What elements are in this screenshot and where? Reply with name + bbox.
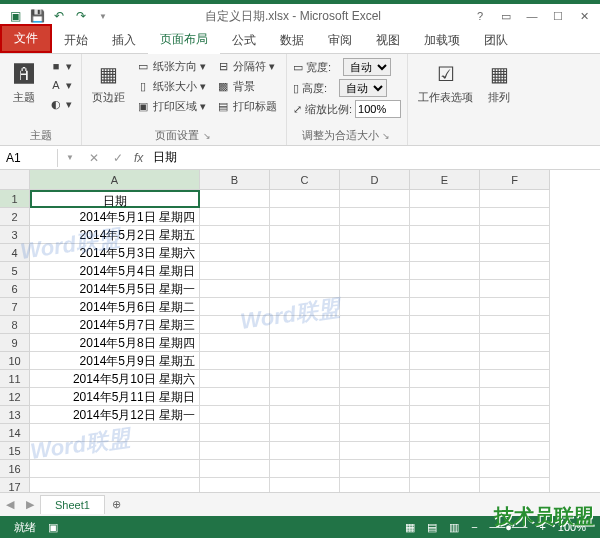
page-setup-launcher-icon[interactable]: ↘ xyxy=(203,131,213,141)
cell[interactable] xyxy=(30,478,200,492)
cell[interactable] xyxy=(340,424,410,442)
cell[interactable] xyxy=(340,352,410,370)
cell[interactable]: 2014年5月2日 星期五 xyxy=(30,226,200,244)
cell[interactable] xyxy=(270,280,340,298)
sheet-nav-prev-icon[interactable]: ◀ xyxy=(0,498,20,511)
cell[interactable] xyxy=(410,406,480,424)
themes-button[interactable]: 🅰 主题 xyxy=(6,58,42,107)
cell[interactable] xyxy=(270,460,340,478)
add-sheet-icon[interactable]: ⊕ xyxy=(105,498,129,511)
row-header[interactable]: 10 xyxy=(0,352,30,370)
cell[interactable] xyxy=(410,442,480,460)
cell[interactable] xyxy=(270,262,340,280)
cell[interactable] xyxy=(410,352,480,370)
cell[interactable] xyxy=(270,226,340,244)
tab-data[interactable]: 数据 xyxy=(268,28,316,53)
cell[interactable] xyxy=(410,388,480,406)
cell[interactable] xyxy=(340,388,410,406)
cell[interactable] xyxy=(30,460,200,478)
formula-input[interactable]: 日期 xyxy=(147,147,600,168)
row-header[interactable]: 6 xyxy=(0,280,30,298)
cell[interactable] xyxy=(410,280,480,298)
cell[interactable] xyxy=(200,316,270,334)
cell[interactable]: 2014年5月5日 星期一 xyxy=(30,280,200,298)
cell[interactable] xyxy=(200,442,270,460)
theme-effects-button[interactable]: ◐▾ xyxy=(46,96,75,112)
cell[interactable] xyxy=(410,334,480,352)
view-layout-icon[interactable]: ▤ xyxy=(421,521,443,534)
cell[interactable] xyxy=(200,334,270,352)
theme-colors-button[interactable]: ■▾ xyxy=(46,58,75,74)
view-pagebreak-icon[interactable]: ▥ xyxy=(443,521,465,534)
cell[interactable] xyxy=(410,316,480,334)
row-header[interactable]: 11 xyxy=(0,370,30,388)
cell[interactable] xyxy=(480,424,550,442)
cell[interactable] xyxy=(200,388,270,406)
cell[interactable]: 2014年5月6日 星期二 xyxy=(30,298,200,316)
cell[interactable] xyxy=(270,388,340,406)
row-header[interactable]: 5 xyxy=(0,262,30,280)
spreadsheet-grid[interactable]: ABCDEF1日期22014年5月1日 星期四32014年5月2日 星期五420… xyxy=(0,170,600,492)
zoom-out-icon[interactable]: − xyxy=(465,521,483,533)
cell[interactable] xyxy=(340,280,410,298)
breaks-button[interactable]: ⊟分隔符 ▾ xyxy=(213,58,280,75)
scale-input[interactable] xyxy=(355,100,401,118)
cell[interactable] xyxy=(270,334,340,352)
print-titles-button[interactable]: ▤打印标题 xyxy=(213,98,280,115)
cell[interactable]: 2014年5月4日 星期日 xyxy=(30,262,200,280)
cell[interactable] xyxy=(340,478,410,492)
cell[interactable]: 2014年5月10日 星期六 xyxy=(30,370,200,388)
cell[interactable] xyxy=(200,460,270,478)
print-area-button[interactable]: ▣打印区域 ▾ xyxy=(133,98,209,115)
cell[interactable] xyxy=(200,262,270,280)
cell[interactable] xyxy=(340,334,410,352)
cell[interactable] xyxy=(200,478,270,492)
cell[interactable] xyxy=(270,424,340,442)
cell[interactable]: 2014年5月3日 星期六 xyxy=(30,244,200,262)
save-icon[interactable]: 💾 xyxy=(28,7,46,25)
cell[interactable]: 2014年5月11日 星期日 xyxy=(30,388,200,406)
cell[interactable]: 2014年5月8日 星期四 xyxy=(30,334,200,352)
tab-formulas[interactable]: 公式 xyxy=(220,28,268,53)
cell[interactable] xyxy=(480,298,550,316)
tab-file[interactable]: 文件 xyxy=(0,24,52,53)
size-button[interactable]: ▯纸张大小 ▾ xyxy=(133,78,209,95)
cell[interactable] xyxy=(480,208,550,226)
macro-record-icon[interactable]: ▣ xyxy=(42,521,64,534)
cell[interactable] xyxy=(200,424,270,442)
width-select[interactable]: 自动 xyxy=(343,58,391,76)
cell[interactable] xyxy=(480,280,550,298)
row-header[interactable]: 13 xyxy=(0,406,30,424)
maximize-icon[interactable]: ☐ xyxy=(546,6,570,26)
cell[interactable] xyxy=(340,262,410,280)
cell[interactable] xyxy=(410,208,480,226)
cell[interactable] xyxy=(480,190,550,208)
cell[interactable] xyxy=(410,298,480,316)
cell[interactable] xyxy=(480,442,550,460)
name-box-dropdown-icon[interactable]: ▼ xyxy=(58,153,82,162)
row-header[interactable]: 14 xyxy=(0,424,30,442)
cell[interactable]: 2014年5月12日 星期一 xyxy=(30,406,200,424)
tab-review[interactable]: 审阅 xyxy=(316,28,364,53)
cell[interactable] xyxy=(30,424,200,442)
column-header[interactable]: E xyxy=(410,170,480,190)
tab-addins[interactable]: 加载项 xyxy=(412,28,472,53)
name-box[interactable]: A1 xyxy=(0,149,58,167)
cell[interactable] xyxy=(270,316,340,334)
cell[interactable] xyxy=(270,208,340,226)
scale-launcher-icon[interactable]: ↘ xyxy=(382,131,392,141)
cell[interactable] xyxy=(270,298,340,316)
fx-icon[interactable]: fx xyxy=(130,151,147,165)
cell[interactable] xyxy=(480,334,550,352)
row-header[interactable]: 16 xyxy=(0,460,30,478)
cell[interactable] xyxy=(410,190,480,208)
cell[interactable] xyxy=(480,316,550,334)
column-header[interactable]: B xyxy=(200,170,270,190)
sheet-tab-active[interactable]: Sheet1 xyxy=(40,495,105,514)
cell[interactable]: 日期 xyxy=(30,190,200,208)
row-header[interactable]: 2 xyxy=(0,208,30,226)
cell[interactable] xyxy=(480,370,550,388)
minimize-icon[interactable]: — xyxy=(520,6,544,26)
height-select[interactable]: 自动 xyxy=(339,79,387,97)
cell[interactable] xyxy=(200,208,270,226)
